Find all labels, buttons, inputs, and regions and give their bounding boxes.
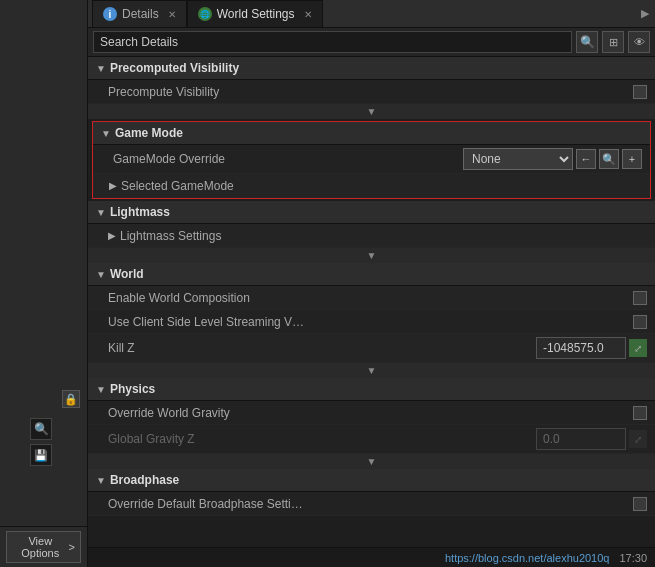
precompute-visibility-label: Precompute Visibility [108, 85, 633, 99]
kill-z-expand[interactable]: ⤢ [629, 339, 647, 357]
enable-world-composition-label: Enable World Composition [108, 291, 633, 305]
precompute-visibility-value [633, 85, 647, 99]
scroll-arrow-4: ▼ [367, 456, 377, 467]
tab-details-close[interactable]: ✕ [168, 9, 176, 20]
selected-gamemode-label: Selected GameMode [121, 179, 642, 193]
lock-icon[interactable]: 🔒 [62, 390, 80, 408]
tab-world-settings[interactable]: 🌐 World Settings ✕ [187, 0, 323, 27]
search-input[interactable] [93, 31, 572, 53]
lightmass-settings-arrow: ▶ [108, 230, 116, 241]
section-physics[interactable]: ▼ Physics [88, 378, 655, 401]
gamemode-add[interactable]: + [622, 149, 642, 169]
precompute-visibility-checkbox[interactable] [633, 85, 647, 99]
section-lightmass[interactable]: ▼ Lightmass [88, 201, 655, 224]
world-arrow: ▼ [96, 269, 106, 280]
physics-label: Physics [110, 382, 155, 396]
global-gravity-expand: ⤢ [629, 430, 647, 448]
global-gravity-z-input [536, 428, 626, 450]
left-panel-bottom: View Options > [0, 526, 87, 567]
left-panel: 🔒 🔍 💾 View Options > [0, 0, 88, 567]
prop-global-gravity-z: Global Gravity Z ⤢ [88, 425, 655, 454]
scroll-indicator-2: ▼ [88, 248, 655, 263]
prop-kill-z: Kill Z ⤢ [88, 334, 655, 363]
override-world-gravity-checkbox[interactable] [633, 406, 647, 420]
prop-lightmass-settings[interactable]: ▶ Lightmass Settings [88, 224, 655, 248]
grid-view-button[interactable]: ⊞ [602, 31, 624, 53]
gamemode-arrow-left[interactable]: ← [576, 149, 596, 169]
lightmass-settings-label: Lightmass Settings [120, 229, 647, 243]
prop-override-world-gravity: Override World Gravity [88, 401, 655, 425]
prop-enable-world-composition: Enable World Composition [88, 286, 655, 310]
override-world-gravity-label: Override World Gravity [108, 406, 633, 420]
game-mode-arrow: ▼ [101, 128, 111, 139]
use-client-side-checkbox[interactable] [633, 315, 647, 329]
global-gravity-z-label: Global Gravity Z [108, 432, 536, 446]
lightmass-label: Lightmass [110, 205, 170, 219]
selected-gamemode-arrow: ▶ [109, 180, 117, 191]
search-bar: 🔍 ⊞ 👁 [88, 28, 655, 57]
gamemode-override-value: None ← 🔍 + [463, 148, 642, 170]
precomputed-visibility-arrow: ▼ [96, 63, 106, 74]
left-panel-top: 🔒 🔍 💾 [0, 0, 87, 526]
use-client-side-label: Use Client Side Level Streaming V… [108, 315, 633, 329]
broadphase-label: Broadphase [110, 473, 179, 487]
game-mode-highlight-box: ▼ Game Mode GameMode Override None ← 🔍 +… [92, 121, 651, 199]
view-options-arrow: > [69, 541, 75, 553]
precomputed-visibility-label: Precomputed Visibility [110, 61, 239, 75]
left-search-icon[interactable]: 🔍 [30, 418, 52, 440]
scroll-indicator-3: ▼ [88, 363, 655, 378]
scroll-indicator-4: ▼ [88, 454, 655, 469]
override-world-gravity-value [633, 406, 647, 420]
tab-world-settings-label: World Settings [217, 7, 295, 21]
game-mode-label: Game Mode [115, 126, 183, 140]
prop-selected-gamemode[interactable]: ▶ Selected GameMode [93, 174, 650, 198]
kill-z-input[interactable] [536, 337, 626, 359]
tab-world-settings-close[interactable]: ✕ [304, 9, 312, 20]
section-world[interactable]: ▼ World [88, 263, 655, 286]
gamemode-search[interactable]: 🔍 [599, 149, 619, 169]
prop-override-default-broadphase: Override Default Broadphase Setti… [88, 492, 655, 516]
left-save-icon[interactable]: 💾 [30, 444, 52, 466]
use-client-side-value [633, 315, 647, 329]
view-options-label: View Options [12, 535, 69, 559]
status-bar: https://blog.csdn.net/alexhu2010q 17:30 [88, 547, 655, 567]
section-broadphase[interactable]: ▼ Broadphase [88, 469, 655, 492]
gamemode-override-dropdown[interactable]: None [463, 148, 573, 170]
gamemode-override-label: GameMode Override [113, 152, 463, 166]
global-gravity-z-value: ⤢ [536, 428, 647, 450]
status-time: 17:30 [619, 552, 647, 564]
prop-precompute-visibility: Precompute Visibility [88, 80, 655, 104]
scroll-arrow-1: ▼ [367, 106, 377, 117]
world-tab-icon: 🌐 [198, 7, 212, 21]
enable-world-composition-checkbox[interactable] [633, 291, 647, 305]
eye-button[interactable]: 👁 [628, 31, 650, 53]
scroll-arrow-2: ▼ [367, 250, 377, 261]
tab-bar: i Details ✕ 🌐 World Settings ✕ ▶ [88, 0, 655, 28]
tab-bar-arrow-right: ▶ [641, 7, 655, 20]
scroll-arrow-3: ▼ [367, 365, 377, 376]
prop-gamemode-override: GameMode Override None ← 🔍 + [93, 145, 650, 174]
kill-z-label: Kill Z [108, 341, 536, 355]
override-broadphase-label: Override Default Broadphase Setti… [108, 497, 633, 511]
tab-details[interactable]: i Details ✕ [92, 0, 187, 27]
section-game-mode[interactable]: ▼ Game Mode [93, 122, 650, 145]
prop-use-client-side: Use Client Side Level Streaming V… [88, 310, 655, 334]
search-button[interactable]: 🔍 [576, 31, 598, 53]
kill-z-value: ⤢ [536, 337, 647, 359]
override-broadphase-value [633, 497, 647, 511]
enable-world-composition-value [633, 291, 647, 305]
physics-arrow: ▼ [96, 384, 106, 395]
world-label: World [110, 267, 144, 281]
scroll-area[interactable]: ▼ Precomputed Visibility Precompute Visi… [88, 57, 655, 567]
tab-details-label: Details [122, 7, 159, 21]
broadphase-arrow: ▼ [96, 475, 106, 486]
status-url: https://blog.csdn.net/alexhu2010q [445, 552, 610, 564]
override-broadphase-checkbox[interactable] [633, 497, 647, 511]
section-precomputed-visibility[interactable]: ▼ Precomputed Visibility [88, 57, 655, 80]
scroll-indicator-1: ▼ [88, 104, 655, 119]
view-options-button[interactable]: View Options > [6, 531, 81, 563]
details-tab-icon: i [103, 7, 117, 21]
main-content: i Details ✕ 🌐 World Settings ✕ ▶ 🔍 ⊞ 👁 ▼… [88, 0, 655, 567]
lightmass-arrow: ▼ [96, 207, 106, 218]
